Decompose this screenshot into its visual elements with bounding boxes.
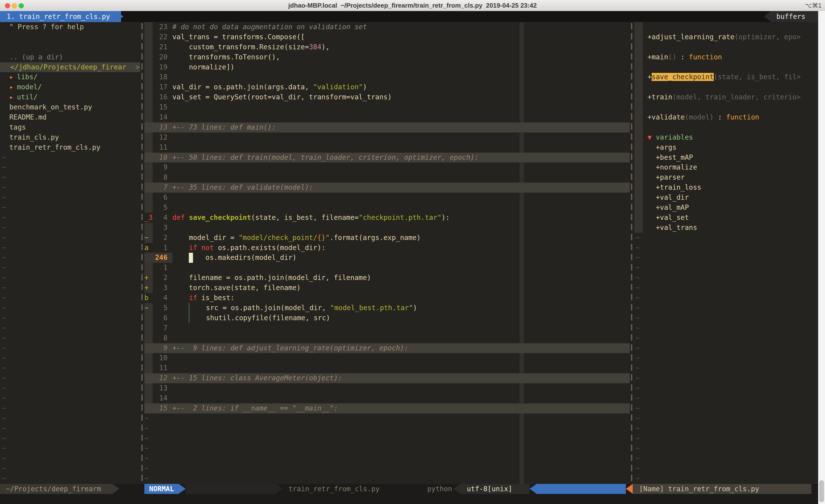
window-shortcut-badge: ⌥⌘1 [805, 0, 822, 11]
minimize-window-icon[interactable] [12, 3, 17, 8]
empty-line-tilde: ~ [634, 253, 818, 263]
tag-item[interactable]: +val_dir [634, 193, 818, 203]
tagbar-panel[interactable]: +adjust_learning_rate(optimizer, epo>+ma… [634, 22, 818, 484]
powerline-separator [530, 484, 536, 494]
code-line[interactable]: 11 [144, 363, 630, 373]
code-line[interactable]: 18 [144, 72, 630, 82]
code-line[interactable]: 22val_trans = transforms.Compose([ [144, 32, 630, 42]
code-line[interactable]: 21 custom_transform.Resize(size=384), [144, 42, 630, 52]
code-line[interactable]: 5 [144, 203, 630, 213]
empty-line-tilde: ~ [634, 424, 818, 434]
tree-item[interactable]: " Press ? for help [0, 22, 140, 32]
tag-item[interactable]: +val_trans [634, 223, 818, 233]
empty-line-tilde: ~ [0, 453, 140, 464]
tree-item[interactable]: train_cls.py [0, 133, 140, 143]
editor-panel[interactable]: 23# do not do data augmentation on valid… [144, 22, 630, 484]
tree-item[interactable]: train_retr_from_cls.py [0, 143, 140, 153]
git-status-segment: +8 ~3 -3 master ⚡ [185, 484, 276, 494]
empty-line-tilde: ~ [634, 233, 818, 243]
tag-item[interactable]: +save_checkpoint(state, is_best, fil> [634, 72, 818, 82]
fold-line[interactable]: 15+-- 2 lines: if __name__ == "__main__"… [144, 403, 630, 413]
tag-item[interactable]: +normalize [634, 162, 818, 172]
tree-item[interactable]: README.md [0, 112, 140, 122]
code-line[interactable]: +2 filename = os.path.join(model_dir, fi… [144, 273, 630, 283]
tree-item[interactable]: ▸libs/ [0, 72, 140, 82]
code-line[interactable]: a1 if not os.path.exists(model_dir): [144, 243, 630, 253]
code-line[interactable]: 1 [144, 263, 630, 273]
code-line[interactable]: _34def save_checkpoint(state, is_best, f… [144, 213, 630, 223]
tree-item[interactable]: tags [0, 122, 140, 133]
empty-line-tilde: ~ [0, 213, 140, 223]
tag-item[interactable]: +main() : function [634, 52, 818, 62]
fold-line[interactable]: 9+-- 9 lines: def adjust_learning_rate(o… [144, 343, 630, 353]
empty-line-tilde: ~ [0, 403, 140, 413]
tag-item[interactable]: +adjust_learning_rate(optimizer, epo> [634, 32, 818, 42]
tag-item[interactable]: +train_loss [634, 183, 818, 193]
code-line[interactable]: 12 [144, 133, 630, 143]
close-window-icon[interactable] [5, 3, 10, 8]
code-line[interactable]: 9 [144, 162, 630, 172]
command-line[interactable] [0, 494, 825, 504]
empty-line-tilde: ~ [0, 383, 140, 393]
tree-item[interactable]: .. (up a dir) [0, 52, 140, 62]
tag-item[interactable]: ▼ variables [634, 133, 818, 143]
tree-item[interactable]: benchmark_on_test.py [0, 102, 140, 112]
tag-item[interactable]: +train(model, train_loader, criterio> [634, 92, 818, 102]
window-separator[interactable] [140, 22, 144, 484]
code-line[interactable]: ~5 src = os.path.join(model_dir, "model_… [144, 303, 630, 313]
tab-train-retr-from-cls[interactable]: 1. train_retr_from_cls.py [0, 11, 121, 22]
code-line[interactable]: 16val_set = QuerySet(root=val_dir, trans… [144, 92, 630, 102]
code-line[interactable]: 7 [144, 323, 630, 333]
fold-line[interactable]: 13+-- 73 lines: def main(): [144, 122, 630, 133]
code-line[interactable]: 19 normalize]) [144, 62, 630, 72]
tree-item[interactable]: ▸model/ [0, 82, 140, 92]
empty-line-tilde: ~ [0, 353, 140, 363]
nerdtree-panel[interactable]: " Press ? for help.. (up a dir)</jdhao/P… [0, 22, 140, 484]
code-line[interactable]: 14 [144, 393, 630, 403]
code-line[interactable]: b4 if is_best: [144, 293, 630, 303]
tree-root[interactable]: </jdhao/Projects/deep_firear> [0, 62, 140, 72]
code-line[interactable]: 13 [144, 383, 630, 393]
empty-line-tilde: ~ [0, 464, 140, 474]
tag-item[interactable]: +parser [634, 172, 818, 183]
empty-line-tilde: ~ [0, 333, 140, 343]
tag-item[interactable]: +val_set [634, 213, 818, 223]
code-line[interactable]: ~2 model_dir = "model/check_point/{}".fo… [144, 233, 630, 243]
empty-line-tilde: ~ [634, 273, 818, 283]
code-line[interactable]: 23# do not do data augmentation on valid… [144, 22, 630, 32]
code-line[interactable]: 15 [144, 102, 630, 112]
code-line[interactable]: 6 shutil.copyfile(filename, src) [144, 313, 630, 323]
code-line[interactable]: 17val_dir = os.path.join(args.data, "val… [144, 82, 630, 92]
fold-line[interactable]: 12+-- 15 lines: class AverageMeter(objec… [144, 373, 630, 383]
fold-line[interactable]: 10+-- 50 lines: def train(model, train_l… [144, 153, 630, 163]
scrollbar-thumb[interactable] [819, 480, 824, 502]
tree-item[interactable]: ▸util/ [0, 92, 140, 102]
code-line[interactable]: 8 [144, 172, 630, 183]
code-line[interactable]: 20 transforms.ToTensor(), [144, 52, 630, 62]
zoom-window-icon[interactable] [19, 3, 24, 8]
tag-item[interactable]: +validate(model) : function [634, 112, 818, 122]
code-line[interactable]: 3 [144, 223, 630, 233]
scrollbar-track[interactable] [818, 11, 825, 504]
code-line[interactable]: 246 os.makedirs(model_dir) [144, 253, 630, 263]
tag-item[interactable]: +val_mAP [634, 203, 818, 213]
statusline-filename: train_retr_from_cls.py [289, 484, 380, 494]
tag-item[interactable]: +best_mAP [634, 153, 818, 163]
code-line[interactable]: +3 torch.save(state, filename) [144, 283, 630, 293]
empty-line-tilde: ~ [0, 363, 140, 373]
statusline-filetype: python [427, 484, 452, 494]
code-line[interactable]: 8 [144, 333, 630, 343]
empty-line-tilde: ~ [0, 343, 140, 353]
code-line[interactable]: 11 [144, 143, 630, 153]
empty-line-tilde: ~ [634, 453, 818, 464]
code-line[interactable]: 10 [144, 353, 630, 363]
window-separator[interactable] [630, 22, 634, 484]
powerline-separator [626, 484, 633, 494]
code-line[interactable]: 14 [144, 112, 630, 122]
tag-item[interactable]: +args [634, 143, 818, 153]
window-title: jdhao-MBP.local ~/Projects/deep_firearm/… [288, 0, 537, 11]
empty-line-tilde: ~ [634, 333, 818, 343]
fold-line[interactable]: 7+-- 35 lines: def validate(model): [144, 183, 630, 193]
statusline-encoding: utf-8[unix] [460, 484, 530, 494]
code-line[interactable]: 6 [144, 193, 630, 203]
